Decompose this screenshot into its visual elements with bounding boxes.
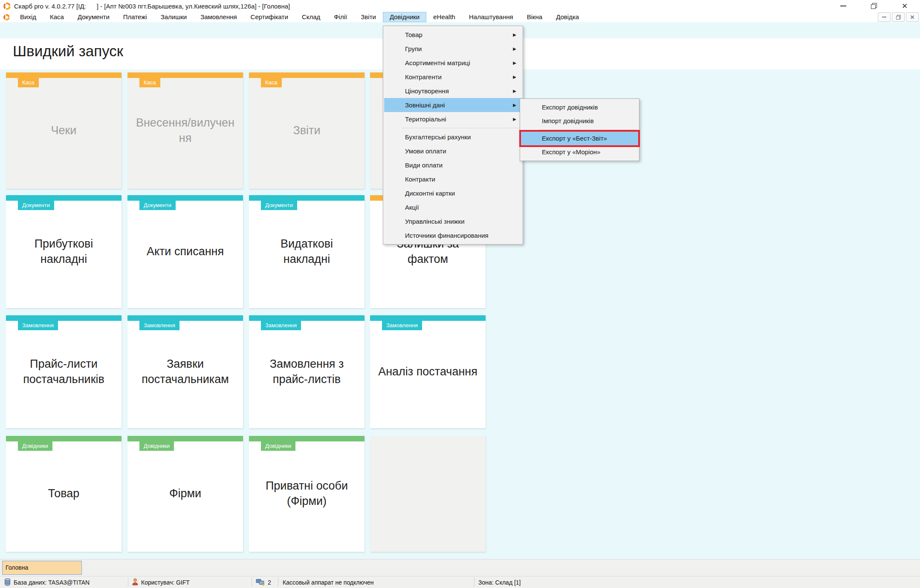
submenu-item-eksport-u-best-zvit[interactable]: Експорт у «Бест-Звіт»: [521, 132, 638, 145]
tile-label: Замовлення з прайс-листів: [249, 315, 365, 428]
tile-income-invoices[interactable]: ДокументиПрибуткові накладні: [6, 195, 122, 308]
mdi-minimize-icon: [882, 17, 886, 17]
tile-label: Чеки: [6, 72, 122, 189]
context-menu-item-dyskontni-kartky[interactable]: Дисконтні картки: [384, 186, 522, 200]
tile-supplier-pricelists[interactable]: ЗамовленняПрайс-листи постачальників: [6, 315, 122, 428]
restore-button[interactable]: [859, 0, 889, 12]
status-bar: База даних: TASA3@TITANКористувач: GIFT2…: [0, 576, 920, 588]
status-separator: [278, 578, 278, 587]
status-cash-register: Кассовый аппарат не подключен: [283, 576, 374, 588]
context-menu-item-umovy-oplaty[interactable]: Умови оплати: [384, 144, 522, 158]
tile-checks[interactable]: КасаЧеки: [6, 72, 122, 189]
context-menu-item-terytorialni[interactable]: Територіальні▶: [384, 112, 522, 126]
context-menu-item-zovnishni-dani[interactable]: Зовнішні дані▶: [384, 98, 522, 112]
tile-label: Фірми: [127, 436, 243, 552]
menubar-item-nalashtuvannia[interactable]: Налаштування: [462, 12, 520, 22]
menubar-item-sertyfikaty[interactable]: Сертифікати: [244, 12, 295, 22]
context-menu-item-upravlinski-znyzhky[interactable]: Управлінські знижки: [384, 214, 522, 228]
submenu-item-import-dovidnykiv[interactable]: Імпорт довідників: [521, 114, 638, 128]
status-separator: [474, 578, 474, 587]
submenu-arrow-icon: ▶: [513, 84, 516, 98]
context-menu-item-istochniki-finansirovaniya[interactable]: Источники финансирования: [384, 228, 522, 242]
tile-label: Аналіз постачання: [370, 315, 486, 428]
mdi-close-icon: ✕: [910, 14, 915, 20]
mdi-close-button[interactable]: ✕: [906, 12, 919, 22]
menubar-logo-icon: [3, 14, 10, 20]
mdi-restore-icon: [896, 15, 901, 20]
tile-empty: [370, 436, 486, 552]
tile-label: Звіти: [249, 72, 365, 189]
menubar-item-vikna[interactable]: Вікна: [520, 12, 550, 22]
tile-orders-from-pricelists[interactable]: ЗамовленняЗамовлення з прайс-листів: [249, 315, 365, 428]
tile-writeoff-acts[interactable]: ДокументиАкти списання: [127, 195, 243, 308]
status-database: База даних: TASA3@TITAN: [4, 576, 90, 588]
page-title: Швидкий запуск: [13, 43, 123, 60]
database-icon: [4, 578, 11, 587]
context-menu-item-kontrakty[interactable]: Контракти: [384, 172, 522, 186]
tile-label: Заявки постачальникам: [127, 315, 243, 428]
mdi-restore-button[interactable]: [892, 12, 905, 22]
tile-goods[interactable]: ДовідникиТовар: [6, 436, 122, 552]
minimize-icon: [840, 6, 846, 6]
status-terminals: 2: [256, 576, 271, 588]
context-menu-item-vydy-oplaty[interactable]: Види оплати: [384, 158, 522, 172]
bottombar: Головна База даних: TASA3@TITANКористува…: [0, 559, 920, 588]
context-menu-item-tovar[interactable]: Товар▶: [384, 28, 522, 42]
context-menu-item-kontrahenty[interactable]: Контрагенти▶: [384, 70, 522, 84]
submenu-arrow-icon: ▶: [513, 112, 516, 126]
menubar-item-zvity[interactable]: Звіти: [354, 12, 383, 22]
submenu-arrow-icon: ▶: [513, 28, 516, 42]
titlebar: Скарб pro v. 4.0.2.77 [ІД: ] - [Апт №003…: [0, 0, 920, 12]
tile-expense-invoices[interactable]: ДокументиВидаткові накладні: [249, 195, 365, 308]
tile-supply-analysis[interactable]: ЗамовленняАналіз постачання: [370, 315, 486, 428]
menubar-item-zalyshky[interactable]: Залишки: [154, 12, 194, 22]
status-separator: [252, 578, 252, 587]
menubar-item-kasa[interactable]: Каса: [43, 12, 71, 22]
menubar-item-dovidnyky[interactable]: Довідники: [383, 12, 426, 22]
tile-reports[interactable]: КасаЗвіти: [249, 72, 365, 189]
tile-label: Приватні особи (Фірми): [249, 436, 365, 552]
context-menu-item-bukhhalterski-rakhunky[interactable]: Бухгалтерські рахунки: [384, 130, 522, 144]
context-menu-item-tsinoutvorennia[interactable]: Ціноутворення▶: [384, 84, 522, 98]
tile-label: Прайс-листи постачальників: [6, 315, 122, 428]
context-menu-item-aktsii[interactable]: Акції: [384, 200, 522, 214]
minimize-button[interactable]: [828, 0, 859, 12]
status-cash-register-text: Кассовый аппарат не подключен: [283, 579, 374, 586]
menubar-item-filii[interactable]: Філії: [327, 12, 354, 22]
tile-deposit-withdrawal[interactable]: КасаВнесення/вилучен ня: [127, 72, 243, 189]
tile-label: Видаткові накладні: [249, 195, 365, 308]
app-logo-icon: [3, 3, 11, 10]
cash-registers-icon: [256, 579, 265, 587]
menubar-item-vykhid[interactable]: Вихід: [13, 12, 43, 22]
mdi-window-controls: ✕: [878, 12, 919, 22]
window-controls: ✕: [828, 0, 920, 12]
submenu-arrow-icon: ▶: [513, 42, 516, 56]
window-title: Скарб pro v. 4.0.2.77 [ІД: ] - [Апт №003…: [14, 3, 290, 10]
tile-label: Прибуткові накладні: [6, 195, 122, 308]
tile-supplier-requests[interactable]: ЗамовленняЗаявки постачальникам: [127, 315, 243, 428]
context-menu-item-asortymentni-matrytsi[interactable]: Асортиментні матриці▶: [384, 56, 522, 70]
menubar-item-ehealth[interactable]: eHealth: [426, 12, 462, 22]
mdi-minimize-button[interactable]: [878, 12, 891, 22]
submenu-separator: [539, 130, 638, 130]
close-button[interactable]: ✕: [889, 0, 920, 12]
tile-private-persons[interactable]: ДовідникиПриватні особи (Фірми): [249, 436, 365, 552]
tab-holovna[interactable]: Головна: [2, 561, 82, 575]
status-zone: Зона: Склад [1]: [478, 576, 521, 588]
menubar-item-dovidka[interactable]: Довідка: [549, 12, 586, 22]
context-menu-separator: [402, 128, 521, 128]
menubar-item-platezhi[interactable]: Платежі: [116, 12, 154, 22]
status-separator: [128, 578, 128, 587]
context-menu-item-hrupy[interactable]: Групи▶: [384, 42, 522, 56]
menubar: ВихідКасаДокументиПлатежіЗалишкиЗамовлен…: [0, 12, 920, 22]
menubar-item-zamovlennia[interactable]: Замовлення: [194, 12, 243, 22]
status-terminals-text: 2: [268, 579, 271, 586]
submenu-item-eksport-dovidnykiv[interactable]: Експорт довідників: [521, 101, 638, 114]
user-icon: [132, 578, 138, 587]
menubar-item-dokumenty[interactable]: Документи: [71, 12, 116, 22]
tile-label: Внесення/вилучен ня: [127, 72, 243, 189]
status-user-text: Користувач: GIFT: [141, 579, 190, 586]
submenu-item-eksport-u-morion[interactable]: Експорт у «Моріон»: [521, 145, 638, 159]
menubar-item-sklad[interactable]: Склад: [295, 12, 327, 22]
tile-firms[interactable]: ДовідникиФірми: [127, 436, 243, 552]
